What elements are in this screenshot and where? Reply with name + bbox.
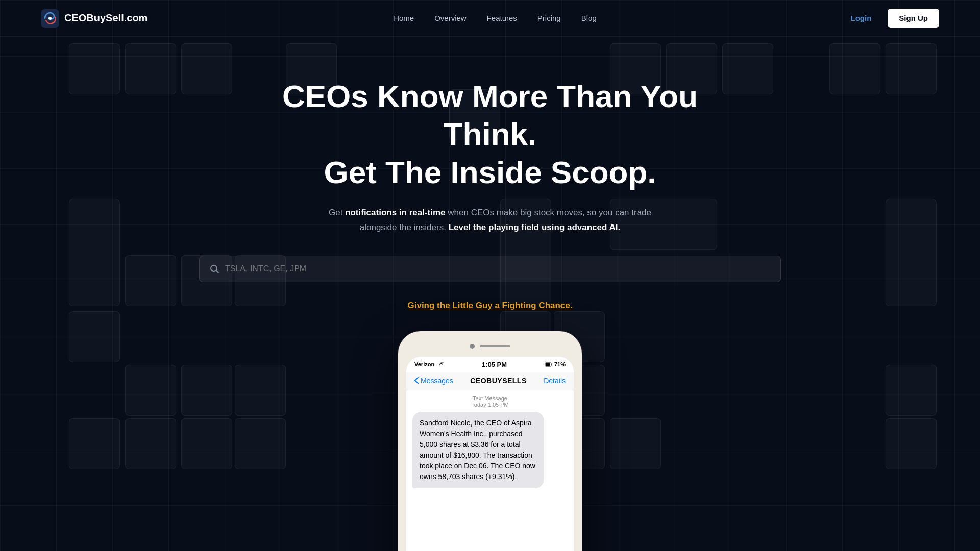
- hero-title-line2: Get The Inside Scoop.: [324, 155, 656, 190]
- signup-button[interactable]: Sign Up: [888, 9, 939, 28]
- hero-title-line1: CEOs Know More Than You Think.: [282, 79, 698, 152]
- svg-point-2: [211, 265, 217, 271]
- nav-links: Home Overview Features Pricing Blog: [394, 14, 597, 23]
- svg-point-1: [48, 17, 52, 20]
- back-button[interactable]: Messages: [414, 377, 453, 385]
- back-label: Messages: [421, 377, 453, 385]
- svg-rect-5: [551, 364, 552, 365]
- phone-speaker: [480, 345, 510, 347]
- hero-title: CEOs Know More Than You Think. Get The I…: [260, 78, 720, 191]
- svg-line-3: [216, 271, 218, 273]
- svg-rect-6: [546, 363, 550, 366]
- search-bar: [199, 256, 781, 282]
- back-arrow-icon: [414, 377, 419, 384]
- status-time: 1:05 PM: [482, 361, 507, 368]
- hero-subtitle-plain1: Get: [329, 208, 345, 217]
- nav-actions: Login Sign Up: [842, 9, 939, 28]
- main-content: CEOs Know More Than You Think. Get The I…: [0, 37, 980, 551]
- nav-overview[interactable]: Overview: [434, 14, 467, 22]
- nav-blog[interactable]: Blog: [581, 14, 597, 22]
- nav-features[interactable]: Features: [487, 14, 517, 22]
- status-right: 71%: [545, 361, 566, 367]
- hero-subtitle-bold2: Level the playing field using advanced A…: [449, 222, 621, 232]
- battery-pct: 71%: [554, 361, 566, 367]
- app-name: CEOBUYSELLS: [470, 377, 527, 385]
- phone-outer: Verizon 1:05 PM: [398, 331, 582, 551]
- nav-home[interactable]: Home: [394, 14, 414, 22]
- messages-header: Messages CEOBUYSELLS Details: [406, 372, 574, 391]
- brand-name: CEOBuySell.com: [64, 12, 148, 24]
- carrier: Verizon: [414, 361, 434, 367]
- phone-camera-dot: [470, 344, 475, 349]
- phone-screen: Verizon 1:05 PM: [406, 357, 574, 551]
- navbar: CEOBuySell.com Home Overview Features Pr…: [0, 0, 980, 37]
- wifi-icon: [436, 362, 444, 367]
- status-left: Verizon: [414, 361, 444, 367]
- message-timestamp: Text Message Today 1:05 PM: [412, 395, 568, 408]
- search-input[interactable]: [225, 264, 770, 273]
- msg-time: Today 1:05 PM: [412, 402, 568, 408]
- hero-subtitle-bold1: notifications in real-time: [345, 208, 445, 217]
- message-body: Text Message Today 1:05 PM Sandford Nico…: [406, 391, 574, 551]
- hero-subtitle: Get notifications in real-time when CEOs…: [327, 206, 653, 235]
- phone-mockup: Verizon 1:05 PM: [398, 331, 582, 551]
- phone-notch: [406, 339, 574, 354]
- status-bar: Verizon 1:05 PM: [406, 357, 574, 372]
- logo-icon: [41, 9, 59, 28]
- message-bubble: Sandford Nicole, the CEO of Aspira Women…: [412, 412, 544, 488]
- search-icon: [210, 264, 219, 273]
- logo[interactable]: CEOBuySell.com: [41, 9, 148, 28]
- nav-pricing[interactable]: Pricing: [537, 14, 561, 22]
- tagline: Giving the Little Guy a Fighting Chance.: [407, 300, 572, 311]
- login-button[interactable]: Login: [842, 10, 879, 27]
- msg-label: Text Message: [412, 395, 568, 402]
- details-link[interactable]: Details: [544, 377, 566, 385]
- battery-icon: [545, 362, 552, 367]
